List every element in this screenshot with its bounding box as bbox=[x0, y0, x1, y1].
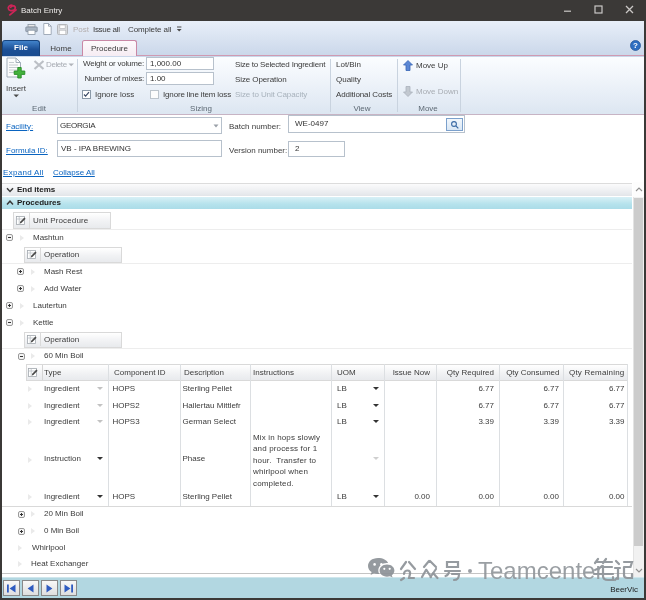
svg-text:Teamcenter: Teamcenter bbox=[478, 557, 603, 584]
svg-text:?: ? bbox=[633, 41, 638, 50]
